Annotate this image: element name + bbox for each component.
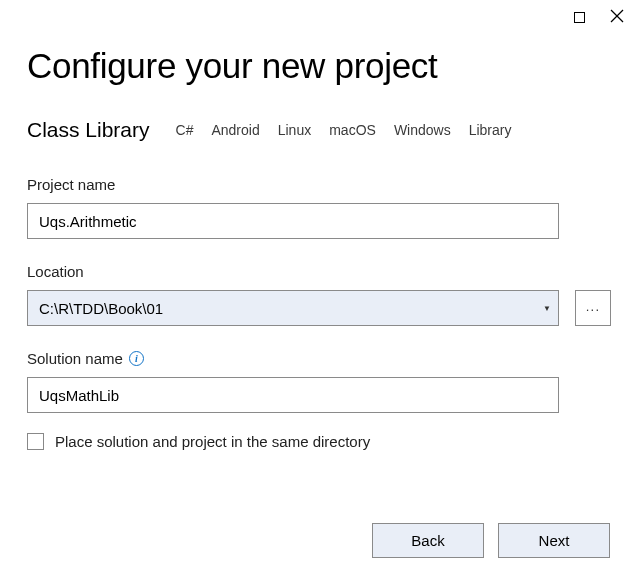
maximize-button[interactable] <box>572 10 586 24</box>
tag-library: Library <box>467 122 514 138</box>
titlebar <box>27 10 624 24</box>
close-icon <box>610 9 624 26</box>
close-button[interactable] <box>610 10 624 24</box>
tag-csharp: C# <box>174 122 196 138</box>
tag-macos: macOS <box>327 122 378 138</box>
back-button[interactable]: Back <box>372 523 484 558</box>
project-name-input[interactable] <box>27 203 559 239</box>
project-name-label: Project name <box>27 176 614 193</box>
info-icon[interactable]: i <box>129 351 144 366</box>
solution-name-label: Solution name i <box>27 350 614 367</box>
solution-name-label-text: Solution name <box>27 350 123 367</box>
maximize-icon <box>574 12 585 23</box>
tag-windows: Windows <box>392 122 453 138</box>
next-button[interactable]: Next <box>498 523 610 558</box>
same-directory-checkbox[interactable] <box>27 433 44 450</box>
location-input[interactable] <box>27 290 559 326</box>
same-directory-label: Place solution and project in the same d… <box>55 433 370 450</box>
tag-android: Android <box>209 122 261 138</box>
location-label: Location <box>27 263 614 280</box>
browse-button[interactable]: ... <box>575 290 611 326</box>
template-name: Class Library <box>27 118 150 142</box>
solution-name-input[interactable] <box>27 377 559 413</box>
tag-linux: Linux <box>276 122 313 138</box>
template-row: Class Library C# Android Linux macOS Win… <box>27 118 614 142</box>
page-title: Configure your new project <box>27 46 614 86</box>
